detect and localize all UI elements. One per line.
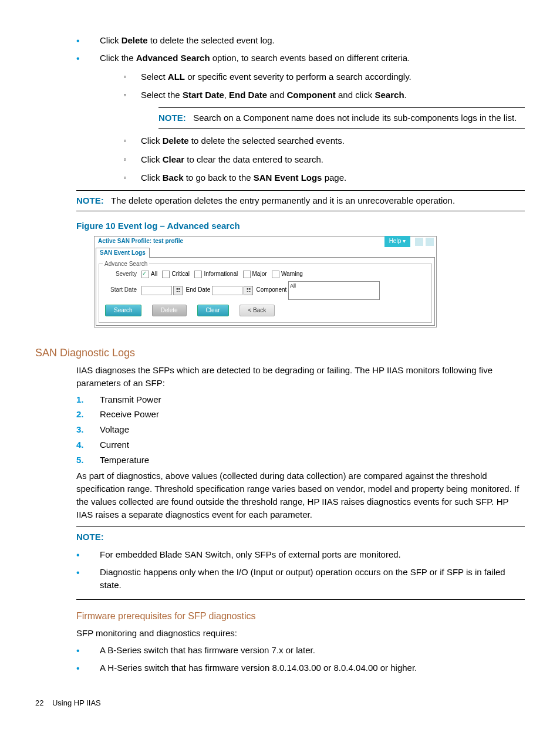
dates-row: Start Date ☷ End Date ☷ Component All: [102, 281, 429, 300]
note-text: The delete operation deletes the entry p…: [111, 195, 455, 205]
start-date-label: Start Date: [102, 286, 137, 295]
help-button[interactable]: Help ▾: [384, 236, 410, 247]
list-item: Voltage: [76, 423, 525, 436]
bold: Delete: [122, 35, 148, 45]
text: and: [267, 90, 286, 100]
checkbox-major[interactable]: [243, 271, 251, 278]
calendar-icon[interactable]: ☷: [173, 286, 183, 295]
note-text: Search on a Component name does not incl…: [193, 113, 517, 123]
screenshot-header: Active SAN Profile: test profile Help ▾: [95, 237, 436, 247]
text: Click: [141, 154, 163, 164]
list-item: A B-Series switch that has firmware vers…: [76, 644, 525, 657]
bold: Delete: [163, 136, 189, 146]
text: to clear the data entered to search.: [184, 154, 323, 164]
checkbox-warning[interactable]: [272, 271, 279, 278]
list-item: Current: [76, 438, 525, 451]
bold: SAN Event Logs: [254, 173, 322, 183]
note-label: NOTE:: [76, 195, 104, 205]
severity-row: Severity All Critical Informational Majo…: [102, 270, 429, 279]
tab-bar: SAN Event Logs: [95, 247, 436, 258]
top-bullet-list: Click Delete to delete the selected even…: [35, 34, 525, 184]
bold: Clear: [163, 154, 185, 164]
list-item: Receive Power: [76, 408, 525, 421]
list-item: Click Delete to delete the selected sear…: [123, 134, 525, 147]
bold: Search: [375, 90, 404, 100]
text: or specific event severity to perform a …: [185, 72, 411, 82]
delete-button[interactable]: Delete: [152, 305, 187, 317]
list-item: Select the Start Date, End Date and Comp…: [123, 89, 525, 129]
page-footer: 22 Using HP IIAS: [35, 698, 525, 709]
bold: Advanced Search: [136, 53, 210, 63]
checkbox-label: Informational: [204, 270, 238, 279]
checkbox-label: Critical: [171, 270, 190, 279]
bold: ALL: [168, 72, 185, 82]
sub-list: Select ALL or specific event severity to…: [100, 70, 525, 185]
text: Click the: [100, 53, 136, 63]
text: to go back to the: [184, 173, 254, 183]
component-value: All: [290, 283, 296, 289]
heading-firmware-prereq: Firmware prerequisites for SFP diagnosti…: [76, 609, 525, 623]
text: Click: [141, 173, 163, 183]
clear-button[interactable]: Clear: [197, 305, 229, 317]
text: to delete the selected searched events.: [189, 136, 345, 146]
checkbox-critical[interactable]: [162, 271, 170, 278]
bold: Component: [286, 90, 335, 100]
heading-san-diagnostic-logs: SAN Diagnostic Logs: [35, 345, 525, 360]
checkbox-label: Major: [252, 270, 267, 279]
page-number: 22: [35, 698, 43, 707]
text: ,: [224, 90, 229, 100]
calendar-icon[interactable]: ☷: [244, 286, 253, 295]
component-label: Component: [257, 286, 287, 295]
text: Click: [141, 136, 163, 146]
list-item: Click Delete to delete the selected even…: [76, 34, 525, 47]
window-control-icon[interactable]: [415, 238, 423, 246]
list-item: Click Back to go back to the SAN Event L…: [123, 171, 525, 184]
start-date-input[interactable]: [141, 286, 172, 295]
active-profile-label: Active SAN Profile: test profile: [96, 237, 384, 246]
note-bullet-list: For embedded Blade SAN Switch, only SFPs…: [76, 548, 525, 591]
list-item: Temperature: [76, 454, 525, 467]
back-button[interactable]: < Back: [239, 305, 275, 317]
list-item: Transmit Power: [76, 393, 525, 406]
checkbox-label: All: [151, 270, 157, 279]
list-item: Click Clear to clear the data entered to…: [123, 153, 525, 166]
checkbox-all[interactable]: [141, 271, 149, 278]
text: Select the: [141, 90, 183, 100]
list-item: A H-Series switch that has firmware vers…: [76, 661, 525, 674]
text: .: [404, 90, 407, 100]
advance-search-fieldset: Advance Search Severity All Critical Inf…: [99, 264, 432, 323]
note-box: NOTE: For embedded Blade SAN Switch, onl…: [76, 526, 525, 600]
window-control-icon[interactable]: [426, 238, 434, 246]
bold: Start Date: [183, 90, 224, 100]
figure-title: Figure 10 Event log – Advanced search: [76, 220, 525, 232]
text: Select: [141, 72, 168, 82]
screenshot-body: Advance Search Severity All Critical Inf…: [96, 257, 435, 326]
text: Click: [100, 35, 122, 45]
bold: End Date: [229, 90, 267, 100]
text: and click: [336, 90, 375, 100]
list-item: For embedded Blade SAN Switch, only SFPs…: [76, 548, 525, 561]
text: page.: [322, 173, 346, 183]
tab-san-event-logs[interactable]: SAN Event Logs: [96, 248, 150, 258]
note-label: NOTE:: [158, 113, 186, 123]
list-item: Diagnostic happens only when the I/O (In…: [76, 566, 525, 592]
note-label: NOTE:: [76, 531, 525, 544]
text: option, to search events based on differ…: [210, 53, 410, 63]
end-date-input[interactable]: [212, 286, 242, 295]
end-date-label: End Date: [186, 286, 211, 295]
search-button[interactable]: Search: [105, 305, 141, 317]
screenshot-figure: Active SAN Profile: test profile Help ▾ …: [94, 236, 437, 328]
parameter-list: Transmit Power Receive Power Voltage Cur…: [35, 393, 525, 467]
fw-bullet-list: A B-Series switch that has firmware vers…: [35, 644, 525, 674]
checkbox-informational[interactable]: [194, 271, 202, 278]
paragraph: SFP monitoring and diagnostics requires:: [76, 627, 525, 640]
severity-label: Severity: [102, 270, 137, 279]
bold: Back: [163, 173, 184, 183]
note-box: NOTE: The delete operation deletes the e…: [76, 190, 525, 211]
checkbox-label: Warning: [281, 270, 303, 279]
fieldset-legend: Advance Search: [103, 260, 149, 269]
button-row: Search Delete Clear < Back: [102, 305, 429, 317]
component-select[interactable]: All: [288, 281, 380, 300]
paragraph: IIAS diagnoses the SFPs which are detect…: [76, 364, 525, 390]
paragraph: As part of diagnostics, above values (co…: [76, 470, 525, 521]
